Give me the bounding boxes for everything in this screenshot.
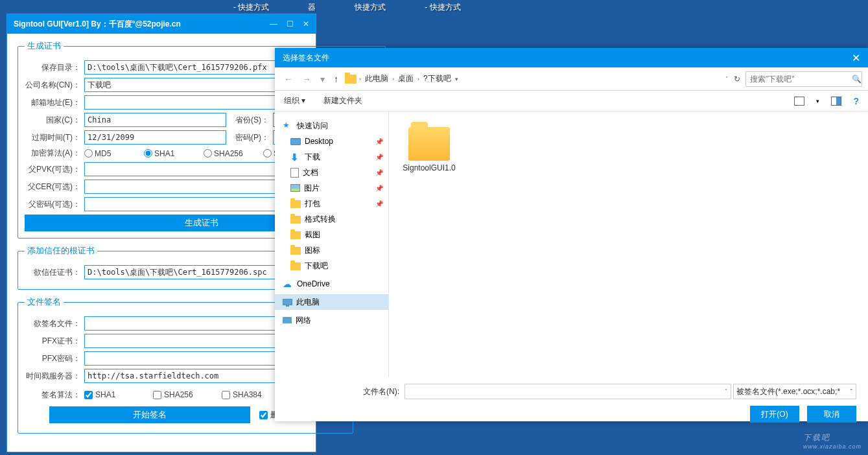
filename-label: 文件名(N): xyxy=(363,386,399,397)
trust-cert-input[interactable] xyxy=(84,265,298,279)
file-dialog-window: 选择签名文件 ✕ ← → ▾ ↑ › 此电脑 › 桌面 › ?下载吧 ▾ ˅ ↻… xyxy=(275,48,868,421)
start-sign-button[interactable]: 开始签名 xyxy=(49,406,250,423)
sig-sha256-checkbox[interactable] xyxy=(153,391,161,399)
sidebar-desktop[interactable]: Desktop📌 xyxy=(275,134,388,149)
sig-sha1-checkbox[interactable] xyxy=(84,391,93,399)
sig-sha384-checkbox[interactable] xyxy=(222,391,230,399)
close-button[interactable]: ✕ xyxy=(303,19,309,29)
trust-cert-legend: 添加信任的根证书 xyxy=(25,245,97,257)
signtool-titlebar[interactable]: Signtool GUI[Ver1.0] By：千百度°@52pojie.cn … xyxy=(7,14,316,34)
filename-dropdown[interactable]: ˅ xyxy=(725,388,728,395)
help-button[interactable]: ? xyxy=(853,96,859,106)
preview-button[interactable] xyxy=(831,97,841,106)
desktop-icons: - 快捷方式 器 快捷方式 - 快捷方式 xyxy=(233,2,461,13)
view-button[interactable] xyxy=(794,97,804,106)
algo-sha1-radio[interactable] xyxy=(144,149,152,158)
watermark: 下载吧 www.xiazaiba.com xyxy=(803,428,862,450)
algo-md5-radio[interactable] xyxy=(84,149,93,158)
algo-sha256-radio[interactable] xyxy=(204,149,212,158)
sidebar-screenshot[interactable]: 截图 xyxy=(275,227,388,242)
expire-input[interactable] xyxy=(84,130,226,145)
sidebar-icons[interactable]: 图标 xyxy=(275,242,388,258)
sidebar-pictures[interactable]: 图片📌 xyxy=(275,180,388,196)
minimize-button[interactable]: — xyxy=(270,19,277,29)
dialog-title: 选择签名文件 xyxy=(283,52,329,64)
filename-input[interactable] xyxy=(405,384,731,399)
dialog-sidebar: ★快速访问 Desktop📌 ⬇下载📌 文档📌 图片📌 打包📌 格式转换 截图 … xyxy=(275,111,389,377)
nav-back-button[interactable]: ← xyxy=(281,74,296,84)
nav-forward-button[interactable]: → xyxy=(299,74,314,84)
open-button[interactable]: 打开(O) xyxy=(750,406,799,423)
delete-checkbox[interactable] xyxy=(259,411,268,419)
maximize-button[interactable]: ☐ xyxy=(287,19,294,29)
file-item-signtoolgui[interactable]: SigntoolGUI1.0 xyxy=(397,119,462,175)
signtool-title: Signtool GUI[Ver1.0] By：千百度°@52pojie.cn xyxy=(14,19,181,30)
nav-dropdown-button[interactable]: ▾ xyxy=(318,74,327,84)
file-sign-legend: 文件签名 xyxy=(25,296,64,308)
nav-up-button[interactable]: ↑ xyxy=(331,74,341,84)
sidebar-network[interactable]: 网络 xyxy=(275,312,388,328)
sidebar-xiazaiba[interactable]: 下载吧 xyxy=(275,258,388,274)
new-folder-button[interactable]: 新建文件夹 xyxy=(323,95,362,106)
sidebar-downloads[interactable]: ⬇下载📌 xyxy=(275,149,388,165)
refresh-button[interactable]: ↻ xyxy=(734,75,740,84)
generate-cert-legend: 生成证书 xyxy=(25,40,64,52)
algo-sha384-radio[interactable] xyxy=(263,149,272,158)
sidebar-quick-access[interactable]: ★快速访问 xyxy=(275,118,388,134)
sidebar-pack[interactable]: 打包📌 xyxy=(275,196,388,211)
breadcrumb[interactable]: › 此电脑 › 桌面 › ?下载吧 ▾ xyxy=(345,73,721,84)
sidebar-format[interactable]: 格式转换 xyxy=(275,211,388,227)
trust-cert-fieldset: 添加信任的根证书 欲信任证书： xyxy=(18,245,305,290)
country-input[interactable] xyxy=(84,113,226,127)
signtool-window: Signtool GUI[Ver1.0] By：千百度°@52pojie.cn … xyxy=(6,14,316,452)
dialog-toolbar: 组织 ▾ 新建文件夹 ▾ ? xyxy=(275,91,868,111)
organize-button[interactable]: 组织 ▾ xyxy=(284,95,305,106)
path-dropdown[interactable]: ˅ xyxy=(725,76,729,82)
file-list[interactable]: SigntoolGUI1.0 xyxy=(389,111,868,377)
dialog-titlebar[interactable]: 选择签名文件 ✕ xyxy=(275,48,868,67)
search-input[interactable] xyxy=(745,71,862,87)
dialog-close-button[interactable]: ✕ xyxy=(852,52,860,64)
dialog-nav: ← → ▾ ↑ › 此电脑 › 桌面 › ?下载吧 ▾ ˅ ↻ 🔍 xyxy=(275,67,868,91)
sidebar-this-pc[interactable]: 此电脑 xyxy=(275,294,388,310)
sidebar-documents[interactable]: 文档📌 xyxy=(275,165,388,180)
folder-icon xyxy=(408,127,450,161)
filetype-select[interactable]: 被签名文件(*.exe;*.ocx;*.cab;*˅ xyxy=(733,384,856,399)
cancel-button[interactable]: 取消 xyxy=(807,406,856,423)
search-icon[interactable]: 🔍 xyxy=(852,75,862,84)
folder-icon xyxy=(345,75,357,84)
sidebar-onedrive[interactable]: ☁OneDrive xyxy=(275,276,388,292)
